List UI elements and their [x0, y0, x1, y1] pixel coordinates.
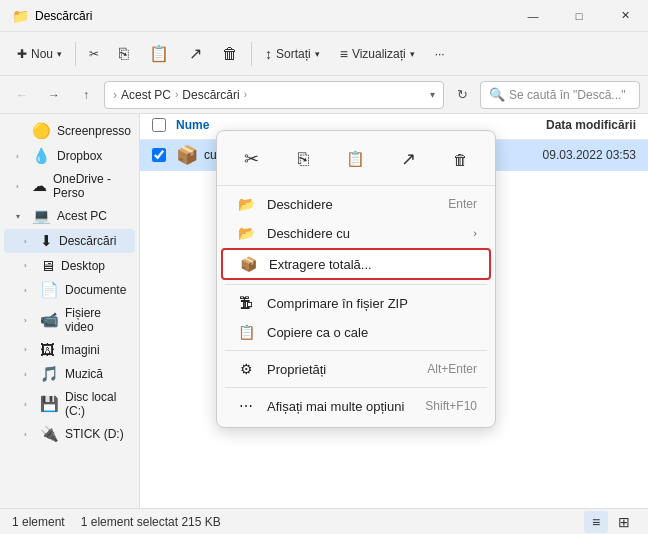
sidebar-item-label: Descărcări — [59, 234, 116, 248]
chevron-icon: ▾ — [16, 212, 26, 221]
folder-icon: 💧 — [32, 147, 51, 165]
sidebar-item-muzica[interactable]: ›🎵Muzică — [4, 362, 135, 386]
address-chevron-icon[interactable]: ▾ — [430, 89, 435, 100]
cm-mai-multe-icon: ⋯ — [235, 398, 257, 414]
cm-paste-button[interactable]: 📋 — [338, 141, 374, 177]
cm-item-comprimare[interactable]: 🗜 Comprimare în fișier ZIP — [221, 289, 491, 317]
statusbar-count: 1 element — [12, 515, 65, 529]
sidebar-item-label: OneDrive - Perso — [53, 172, 127, 200]
address-crumb-pc[interactable]: Acest PC — [121, 88, 171, 102]
sidebar-item-label: Disc local (C:) — [65, 390, 127, 418]
cm-deschidere-cu-label: Deschidere cu — [267, 226, 463, 241]
cm-divider-1 — [225, 284, 487, 285]
folder-icon: ⬇ — [40, 232, 53, 250]
folder-icon: 🎵 — [40, 365, 59, 383]
cm-deschidere-icon: 📂 — [235, 196, 257, 212]
view-button[interactable]: ≡ Vizualizați ▾ — [331, 38, 424, 70]
sidebar-item-label: Desktop — [61, 259, 105, 273]
folder-icon: 📄 — [40, 281, 59, 299]
sidebar-item-label: Imagini — [61, 343, 100, 357]
toolbar-separator-1 — [75, 42, 76, 66]
copy-button[interactable]: ⎘ — [110, 38, 138, 70]
context-menu: ✂ ⎘ 📋 ↗ 🗑 📂 Deschidere Enter 📂 Deschider… — [216, 130, 496, 428]
maximize-button[interactable]: □ — [556, 0, 602, 32]
sidebar-item-fisiere-video[interactable]: ›📹Fișiere video — [4, 303, 135, 337]
cut-button[interactable]: ✂ — [80, 38, 108, 70]
view-chevron-icon: ▾ — [410, 49, 415, 59]
new-chevron-icon: ▾ — [57, 49, 62, 59]
share-button[interactable]: ↗ — [180, 38, 211, 70]
grid-view-button[interactable]: ⊞ — [612, 511, 636, 533]
cm-item-proprietati[interactable]: ⚙ Proprietăți Alt+Enter — [221, 355, 491, 383]
new-icon: ✚ — [17, 47, 27, 61]
up-button[interactable]: ↑ — [72, 81, 100, 109]
new-button[interactable]: ✚ Nou ▾ — [8, 38, 71, 70]
paste-icon: 📋 — [149, 44, 169, 63]
chevron-icon: › — [24, 400, 34, 409]
address-crumb-downloads[interactable]: Descărcări — [182, 88, 239, 102]
list-view-button[interactable]: ≡ — [584, 511, 608, 533]
folder-icon: ☁ — [32, 177, 47, 195]
delete-icon: 🗑 — [222, 45, 238, 63]
folder-icon: 🖥 — [40, 257, 55, 274]
share-icon: ↗ — [189, 44, 202, 63]
sidebar-item-descarcari[interactable]: ›⬇Descărcări — [4, 229, 135, 253]
statusbar-view-controls: ≡ ⊞ — [584, 511, 636, 533]
sort-icon: ↕ — [265, 46, 272, 62]
cm-share-button[interactable]: ↗ — [390, 141, 426, 177]
cm-deschidere-shortcut: Enter — [448, 197, 477, 211]
cm-delete-button[interactable]: 🗑 — [443, 141, 479, 177]
search-icon: 🔍 — [489, 87, 505, 102]
toolbar: ✚ Nou ▾ ✂ ⎘ 📋 ↗ 🗑 ↕ Sortați ▾ ≡ Vizualiz… — [0, 32, 648, 76]
forward-button[interactable]: → — [40, 81, 68, 109]
statusbar-selected: 1 element selectat 215 KB — [81, 515, 221, 529]
search-placeholder: Se caută în "Descă..." — [509, 88, 626, 102]
minimize-button[interactable]: — — [510, 0, 556, 32]
sidebar-item-imagini[interactable]: ›🖼Imagini — [4, 338, 135, 361]
back-button[interactable]: ← — [8, 81, 36, 109]
titlebar-icon: 📁 — [12, 8, 29, 24]
sidebar-item-documente[interactable]: ›📄Documente — [4, 278, 135, 302]
paste-button[interactable]: 📋 — [140, 38, 178, 70]
sidebar-item-desktop[interactable]: ›🖥Desktop — [4, 254, 135, 277]
cm-deschidere-cu-icon: 📂 — [235, 225, 257, 241]
sidebar-item-label: Acest PC — [57, 209, 107, 223]
chevron-icon: › — [16, 152, 26, 161]
cm-item-deschidere[interactable]: 📂 Deschidere Enter — [221, 190, 491, 218]
sidebar-item-acest-pc[interactable]: ▾💻Acest PC — [4, 204, 135, 228]
cm-item-copiere-cale[interactable]: 📋 Copiere ca o cale — [221, 318, 491, 346]
search-box[interactable]: 🔍 Se caută în "Descă..." — [480, 81, 640, 109]
context-menu-overlay[interactable]: ✂ ⎘ 📋 ↗ 🗑 📂 Deschidere Enter 📂 Deschider… — [140, 114, 648, 508]
sidebar-item-dropbox[interactable]: ›💧Dropbox — [4, 144, 135, 168]
cm-proprietati-shortcut: Alt+Enter — [427, 362, 477, 376]
refresh-button[interactable]: ↻ — [448, 81, 476, 109]
sidebar-item-screenpresso[interactable]: 🟡Screenpresso — [4, 119, 135, 143]
cm-cut-button[interactable]: ✂ — [233, 141, 269, 177]
folder-icon: 💻 — [32, 207, 51, 225]
cut-icon: ✂ — [89, 47, 99, 61]
addressbar: ← → ↑ › Acest PC › Descărcări › ▾ ↻ 🔍 Se… — [0, 76, 648, 114]
delete-button[interactable]: 🗑 — [213, 38, 247, 70]
cm-item-mai-multe[interactable]: ⋯ Afișați mai multe opțiuni Shift+F10 — [221, 392, 491, 420]
statusbar: 1 element 1 element selectat 215 KB ≡ ⊞ — [0, 508, 648, 534]
file-area: Nume Data modificării 📦 curs... 09.03.20… — [140, 114, 648, 508]
sidebar-item-onedrive[interactable]: ›☁OneDrive - Perso — [4, 169, 135, 203]
toolbar-separator-2 — [251, 42, 252, 66]
sidebar-item-label: Screenpresso — [57, 124, 131, 138]
cm-item-deschidere-cu[interactable]: 📂 Deschidere cu › — [221, 219, 491, 247]
close-button[interactable]: ✕ — [602, 0, 648, 32]
chevron-icon: › — [24, 286, 34, 295]
cm-copy-button[interactable]: ⎘ — [286, 141, 322, 177]
sidebar-item-label: Muzică — [65, 367, 103, 381]
cm-copiere-cale-label: Copiere ca o cale — [267, 325, 477, 340]
address-path[interactable]: › Acest PC › Descărcări › ▾ — [104, 81, 444, 109]
more-button[interactable]: ··· — [426, 38, 454, 70]
more-icon: ··· — [435, 47, 445, 61]
chevron-icon: › — [24, 370, 34, 379]
sidebar-item-stick[interactable]: ›🔌STICK (D:) — [4, 422, 135, 446]
copy-icon: ⎘ — [119, 45, 129, 63]
sidebar-item-disc-local[interactable]: ›💾Disc local (C:) — [4, 387, 135, 421]
sort-button[interactable]: ↕ Sortați ▾ — [256, 38, 329, 70]
titlebar-controls: — □ ✕ — [510, 0, 648, 32]
cm-item-extragere[interactable]: 📦 Extragere totală... — [221, 248, 491, 280]
